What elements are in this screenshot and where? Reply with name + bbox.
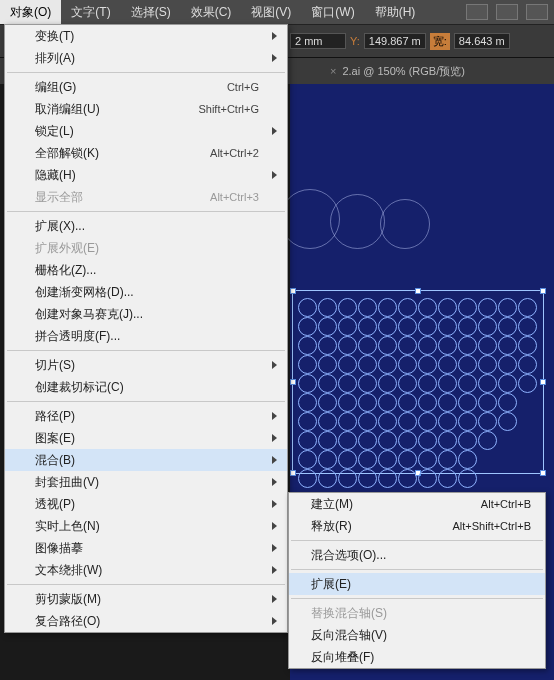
close-icon[interactable]: × [330,65,336,77]
artwork-circle [518,355,537,374]
selection-handle[interactable] [540,470,546,476]
menu-row[interactable]: 全部解锁(K)Alt+Ctrl+2 [5,142,287,164]
menu-row[interactable]: 扩展(X)... [5,215,287,237]
w-field[interactable]: 84.643 m [454,33,510,49]
artwork-circle [318,412,337,431]
selection-handle[interactable] [290,470,296,476]
menu-row[interactable]: 锁定(L) [5,120,287,142]
artwork-circle [298,298,317,317]
menu-item[interactable]: 选择(S) [121,0,181,24]
menu-row[interactable]: 透视(P) [5,493,287,515]
menu-label: 反向堆叠(F) [311,649,374,666]
y-label: Y: [350,35,360,47]
artwork-circle [318,317,337,336]
artwork-circle [318,336,337,355]
artwork-circle [378,469,397,488]
selection-handle[interactable] [415,288,421,294]
artwork-circle [498,412,517,431]
artwork-circle [298,317,317,336]
menu-row[interactable]: 图像描摹 [5,537,287,559]
toolbar-icon[interactable] [526,4,548,20]
toolbar-icon[interactable] [496,4,518,20]
menu-row[interactable]: 编组(G)Ctrl+G [5,76,287,98]
separator [291,540,543,541]
artwork-circle [498,355,517,374]
y-field[interactable]: 149.867 m [364,33,426,49]
toolbar-icon[interactable] [466,4,488,20]
artwork-circle [438,374,457,393]
blend-submenu[interactable]: 建立(M)Alt+Ctrl+B释放(R)Alt+Shift+Ctrl+B混合选项… [288,492,546,669]
document-tab[interactable]: 2.ai @ 150% (RGB/预览) [342,64,464,79]
menu-item[interactable]: 窗口(W) [301,0,364,24]
selection-handle[interactable] [290,288,296,294]
artwork-circle [518,298,537,317]
menu-row[interactable]: 混合选项(O)... [289,544,545,566]
artwork-circle [358,393,377,412]
menu-item[interactable]: 对象(O) [0,0,61,24]
menu-item[interactable]: 文字(T) [61,0,120,24]
menu-item[interactable]: 效果(C) [181,0,242,24]
artwork-circle [478,355,497,374]
menu-row[interactable]: 取消编组(U)Shift+Ctrl+G [5,98,287,120]
artwork-circle [458,374,477,393]
artwork-circle [318,469,337,488]
menu-row[interactable]: 创建对象马赛克(J)... [5,303,287,325]
x-field[interactable]: 2 mm [290,33,346,49]
menu-row[interactable]: 路径(P) [5,405,287,427]
menu-row[interactable]: 扩展(E) [289,573,545,595]
menu-row[interactable]: 隐藏(H) [5,164,287,186]
artwork-circle [338,469,357,488]
menu-row[interactable]: 创建渐变网格(D)... [5,281,287,303]
menu-label: 建立(M) [311,496,353,513]
menu-label: 排列(A) [35,50,75,67]
menu-row[interactable]: 栅格化(Z)... [5,259,287,281]
artwork-circle [378,317,397,336]
menu-row[interactable]: 建立(M)Alt+Ctrl+B [289,493,545,515]
menu-row[interactable]: 封套扭曲(V) [5,471,287,493]
menu-row[interactable]: 创建裁切标记(C) [5,376,287,398]
menu-row[interactable]: 混合(B) [5,449,287,471]
object-menu[interactable]: 变换(T)排列(A)编组(G)Ctrl+G取消编组(U)Shift+Ctrl+G… [4,24,288,633]
artwork-circle [378,355,397,374]
menu-row[interactable]: 拼合透明度(F)... [5,325,287,347]
artwork-circle [380,199,430,249]
menu-row[interactable]: 切片(S) [5,354,287,376]
menu-row[interactable]: 变换(T) [5,25,287,47]
menu-row[interactable]: 文本绕排(W) [5,559,287,581]
menu-row[interactable]: 排列(A) [5,47,287,69]
artwork-circle [498,393,517,412]
artwork-circle [418,431,437,450]
menu-label: 创建渐变网格(D)... [35,284,134,301]
separator [7,72,285,73]
selection-handle[interactable] [540,379,546,385]
menu-item[interactable]: 视图(V) [241,0,301,24]
artwork-circle [478,336,497,355]
menu-item[interactable]: 帮助(H) [365,0,426,24]
artwork-circle [338,355,357,374]
artwork-circle [478,374,497,393]
artwork-circle [358,374,377,393]
menu-row[interactable]: 复合路径(O) [5,610,287,632]
artwork-circle [438,336,457,355]
menu-row[interactable]: 反向混合轴(V) [289,624,545,646]
menu-row[interactable]: 图案(E) [5,427,287,449]
menu-row[interactable]: 剪切蒙版(M) [5,588,287,610]
artwork-circle [378,374,397,393]
artwork-circle [458,431,477,450]
menu-label: 锁定(L) [35,123,74,140]
selection-handle[interactable] [540,288,546,294]
menu-row[interactable]: 反向堆叠(F) [289,646,545,668]
menu-label: 隐藏(H) [35,167,76,184]
menu-label: 变换(T) [35,28,74,45]
artwork-circle [398,469,417,488]
menu-label: 混合(B) [35,452,75,469]
menu-label: 替换混合轴(S) [311,605,387,622]
separator [7,401,285,402]
selection-handle[interactable] [290,379,296,385]
menu-row[interactable]: 释放(R)Alt+Shift+Ctrl+B [289,515,545,537]
artwork-circle [498,298,517,317]
artwork-circle [378,393,397,412]
menu-label: 显示全部 [35,189,83,206]
menu-label: 扩展(E) [311,576,351,593]
menu-row[interactable]: 实时上色(N) [5,515,287,537]
